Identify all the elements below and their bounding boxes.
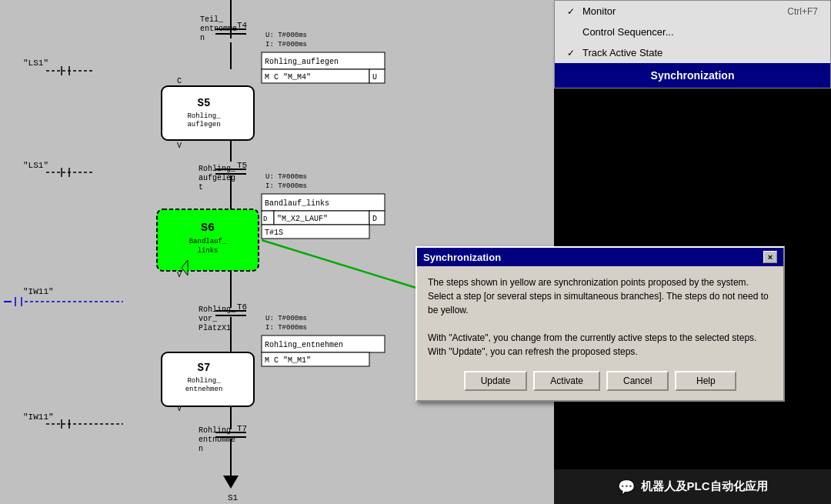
svg-text:n: n: [199, 445, 203, 453]
wechat-icon: 💬: [618, 479, 635, 496]
svg-text:"M_X2_LAUF": "M_X2_LAUF": [277, 215, 328, 223]
update-button[interactable]: Update: [464, 371, 528, 391]
svg-text:n: n: [200, 34, 205, 42]
svg-text:S6: S6: [201, 222, 215, 235]
svg-text:T4: T4: [237, 21, 248, 30]
cancel-button[interactable]: Cancel: [606, 371, 669, 391]
svg-text:PlatzX1: PlatzX1: [199, 324, 231, 332]
menu-item-synchronization[interactable]: Synchronization: [555, 63, 830, 88]
sync-dialog: Synchronization × The steps shown in yel…: [416, 246, 785, 402]
svg-text:U: T#000ms: U: T#000ms: [265, 173, 307, 181]
svg-text:U: T#000ms: U: T#000ms: [265, 32, 307, 39]
svg-text:links: links: [197, 247, 218, 255]
svg-text:I: T#000ms: I: T#000ms: [265, 324, 307, 332]
menu-label-monitor: Monitor: [582, 5, 616, 17]
svg-text:entnomme: entnomme: [200, 25, 237, 33]
check-mark-monitor: ✓: [567, 6, 579, 17]
svg-text:Rohling_: Rohling_: [199, 305, 236, 314]
menu-label-sync: Synchronization: [651, 69, 735, 82]
svg-text:aufgeleg: aufgeleg: [199, 174, 235, 182]
menu-item-control-sequencer[interactable]: Control Sequencer...: [555, 22, 830, 42]
svg-text:entnomme: entnomme: [199, 436, 235, 444]
svg-text:Rohling_auflegen: Rohling_auflegen: [265, 58, 339, 66]
sync-dialog-body: The steps shown in yellow are synchroniz…: [417, 266, 783, 365]
svg-text:"LS1": "LS1": [23, 58, 48, 68]
sync-dialog-titlebar: Synchronization ×: [417, 248, 783, 266]
watermark: 💬 机器人及PLC自动化应用: [554, 469, 831, 504]
svg-text:U: T#000ms: U: T#000ms: [265, 315, 307, 322]
menu-item-track-active-state[interactable]: ✓ Track Active State: [555, 42, 830, 63]
check-mark-track-active: ✓: [567, 48, 579, 58]
svg-text:S1: S1: [228, 493, 239, 502]
svg-text:V: V: [177, 142, 182, 150]
check-mark-control-sequencer: [567, 27, 579, 38]
menu-label-control-sequencer: Control Sequencer...: [582, 26, 674, 38]
svg-text:I: T#000ms: I: T#000ms: [265, 182, 307, 190]
sync-dialog-text: The steps shown in yellow are synchroniz…: [428, 277, 769, 357]
svg-text:S7: S7: [198, 362, 211, 374]
svg-text:"IW11": "IW11": [23, 412, 54, 422]
help-button[interactable]: Help: [675, 371, 736, 391]
menu-item-monitor[interactable]: ✓ Monitor Ctrl+F7: [555, 1, 830, 22]
watermark-text: 机器人及PLC自动化应用: [641, 479, 768, 494]
svg-text:entnehmen: entnehmen: [185, 386, 223, 393]
svg-text:S5: S5: [198, 97, 211, 109]
svg-text:Rohling_: Rohling_: [199, 426, 236, 435]
svg-text:Rohling_entnehmen: Rohling_entnehmen: [265, 341, 343, 349]
activate-button[interactable]: Activate: [533, 371, 600, 391]
svg-text:M C  "M_M1": M C "M_M1": [265, 356, 311, 365]
svg-text:t: t: [199, 183, 203, 192]
svg-text:Teil_: Teil_: [200, 15, 224, 24]
svg-text:"IW11": "IW11": [23, 287, 54, 296]
svg-text:U: U: [372, 73, 377, 82]
shortcut-monitor: Ctrl+F7: [787, 6, 818, 17]
svg-text:V: V: [177, 271, 182, 279]
menu-label-track-active: Track Active State: [582, 47, 662, 58]
svg-text:M C  "M_M4": M C "M_M4": [265, 73, 311, 82]
svg-text:"LS1": "LS1": [23, 161, 48, 170]
svg-text:Rohling_: Rohling_: [187, 112, 221, 120]
svg-text:Bandlauf_: Bandlauf_: [189, 238, 227, 245]
svg-text:Rohling_: Rohling_: [199, 165, 236, 173]
svg-text:vor_: vor_: [199, 315, 218, 323]
svg-text:C: C: [177, 77, 182, 85]
svg-text:auflegen: auflegen: [187, 121, 220, 129]
svg-text:Rohling_: Rohling_: [187, 377, 221, 385]
context-menu: ✓ Monitor Ctrl+F7 Control Sequencer... ✓…: [554, 0, 831, 88]
sync-dialog-close-button[interactable]: ×: [763, 251, 777, 263]
sync-dialog-title: Synchronization: [423, 252, 501, 263]
sync-dialog-buttons: Update Activate Cancel Help: [417, 365, 783, 400]
svg-text:I: T#000ms: I: T#000ms: [265, 41, 307, 48]
svg-text:T#1S: T#1S: [265, 229, 283, 237]
svg-text:V: V: [177, 405, 182, 413]
svg-text:D: D: [263, 215, 267, 223]
svg-text:Bandlauf_links: Bandlauf_links: [265, 199, 329, 208]
svg-text:D: D: [372, 215, 377, 223]
